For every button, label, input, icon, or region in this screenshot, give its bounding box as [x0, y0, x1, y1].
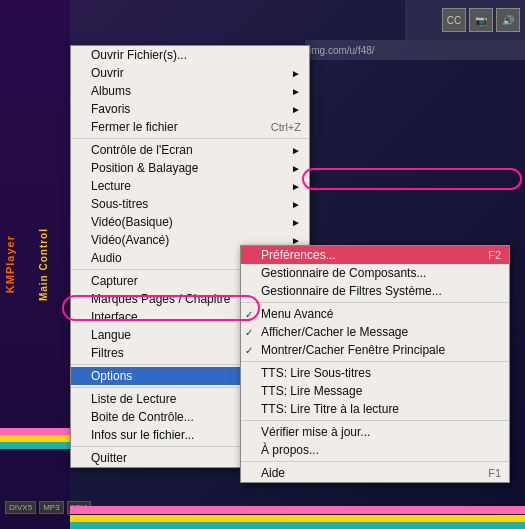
check-icon: ✓ [245, 327, 253, 338]
url-bar: img.com/u/f48/ [305, 40, 525, 60]
sub-separator-1 [241, 302, 509, 303]
sub-separator-3 [241, 420, 509, 421]
menu-filter-manager[interactable]: Gestionnaire de Filtres Système... [241, 282, 509, 300]
menu-albums[interactable]: Albums► [71, 82, 309, 100]
divx-badge: DIVX5 [5, 501, 36, 514]
main-control-label-wrap: Main Control [18, 0, 68, 529]
bottom-stripes [70, 499, 525, 529]
arrow-icon: ► [291, 145, 301, 156]
image-icon[interactable]: 📷 [469, 8, 493, 32]
check-icon: ✓ [245, 309, 253, 320]
menu-tts-title[interactable]: TTS: Lire Titre à la lecture [241, 400, 509, 418]
stripe-teal [70, 522, 525, 529]
menu-advanced-menu[interactable]: ✓ Menu Avancé [241, 305, 509, 323]
subtitles-icon[interactable]: CC [442, 8, 466, 32]
mp3-badge: MP3 [39, 501, 63, 514]
left-line-yellow [0, 435, 70, 442]
stripe-pink [70, 506, 525, 514]
arrow-icon: ► [291, 68, 301, 79]
menu-sous-titres[interactable]: Sous-titres► [71, 195, 309, 213]
menu-screen-control[interactable]: Contrôle de l'Ecran► [71, 141, 309, 159]
menu-show-hide-main[interactable]: ✓ Montrer/Cacher Fenêtre Principale [241, 341, 509, 359]
menu-component-manager[interactable]: Gestionnaire de Composants... [241, 264, 509, 282]
stripe-yellow [70, 515, 525, 522]
left-sidebar: KMPlayer Main Control DIVX5 MP3 2CH [0, 0, 70, 529]
menu-about[interactable]: À propos... [241, 441, 509, 459]
separator-1 [71, 138, 309, 139]
sub-separator-2 [241, 361, 509, 362]
top-toolbar: CC 📷 🔊 [405, 0, 525, 40]
shortcut-f1: F1 [468, 467, 501, 479]
main-control-label: Main Control [38, 228, 49, 301]
menu-show-hide-message[interactable]: ✓ Afficher/Cacher le Message [241, 323, 509, 341]
speaker-icon[interactable]: 🔊 [496, 8, 520, 32]
options-submenu[interactable]: Préférences...F2 Gestionnaire de Composa… [240, 245, 510, 483]
arrow-icon: ► [291, 163, 301, 174]
menu-tts-message[interactable]: TTS: Lire Message [241, 382, 509, 400]
menu-open[interactable]: Ouvrir► [71, 64, 309, 82]
menu-open-files[interactable]: Ouvrir Fichier(s)... [71, 46, 309, 64]
arrow-icon: ► [291, 199, 301, 210]
left-color-lines [0, 428, 70, 449]
menu-tts-subtitles[interactable]: TTS: Lire Sous-titres [241, 364, 509, 382]
menu-help[interactable]: AideF1 [241, 464, 509, 482]
kmplayer-brand: KMPlayer [0, 0, 20, 529]
sub-separator-4 [241, 461, 509, 462]
kmplayer-label: KMPlayer [4, 235, 16, 293]
arrow-icon: ► [291, 181, 301, 192]
left-line-teal [0, 442, 70, 449]
arrow-icon: ► [291, 104, 301, 115]
shortcut-ctrl-z: Ctrl+Z [251, 121, 301, 133]
shortcut-f2: F2 [468, 249, 501, 261]
menu-close-file[interactable]: Fermer le fichierCtrl+Z [71, 118, 309, 136]
check-icon: ✓ [245, 345, 253, 356]
menu-position-scan[interactable]: Position & Balayage► [71, 159, 309, 177]
left-line-pink [0, 428, 70, 435]
arrow-icon: ► [291, 86, 301, 97]
menu-video-basic[interactable]: Vidéo(Basique)► [71, 213, 309, 231]
arrow-icon: ► [291, 235, 301, 246]
arrow-icon: ► [291, 217, 301, 228]
menu-check-update[interactable]: Vérifier mise à jour... [241, 423, 509, 441]
menu-favoris[interactable]: Favoris► [71, 100, 309, 118]
menu-lecture[interactable]: Lecture► [71, 177, 309, 195]
menu-preferences[interactable]: Préférences...F2 [241, 246, 509, 264]
